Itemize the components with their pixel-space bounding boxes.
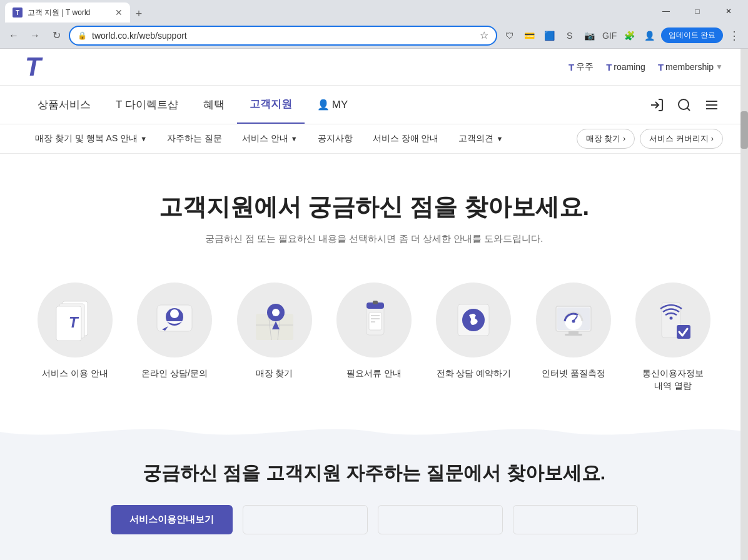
sub-navigation: 매장 찾기 및 행복 AS 안내 ▼ 자주하는 질문 서비스 안내 ▼ 공지사항…	[0, 124, 748, 154]
t-membership-link[interactable]: T membership ▼	[658, 62, 723, 72]
extension-blue[interactable]: 🟦	[541, 27, 558, 44]
icon-item-chat[interactable]: 온라인 상담/문의	[124, 282, 224, 380]
faq-primary-label: 서비스이용안내보기	[129, 514, 214, 524]
svg-rect-30	[569, 331, 579, 334]
icon-label-info: 통신이용자정보 내역 열람	[642, 368, 704, 392]
sub-nav-faq-label: 자주하는 질문	[167, 133, 222, 144]
icon-item-docs[interactable]: 필요서류 안내	[324, 282, 423, 380]
nav-item-my[interactable]: 👤 MY	[305, 88, 361, 122]
minimize-button[interactable]: —	[652, 1, 680, 21]
svg-line-2	[687, 108, 690, 110]
sub-nav-service-info[interactable]: 서비스 안내 ▼	[232, 124, 308, 153]
icon-circle-docs	[336, 282, 412, 358]
hero-subtitle: 궁금하신 점 또는 필요하신 내용을 선택하시면 좀 더 상세한 안내를 도와드…	[25, 233, 723, 245]
support-icon-grid: T 서비스 이용 안내 온라인 상담/문의	[0, 270, 748, 417]
faq-buttons: 서비스이용안내보기	[25, 505, 723, 534]
forward-button[interactable]: →	[26, 27, 44, 44]
svg-point-18	[272, 309, 280, 316]
sub-nav-notice[interactable]: 공지사항	[308, 124, 363, 153]
browser-toolbar: ← → ↻ 🔒 tworld.co.kr/web/support ☆ 🛡 💳 🟦…	[0, 22, 748, 49]
icon-label-service: 서비스 이용 안내	[42, 368, 108, 380]
active-tab[interactable]: T 고객 지원 | T world ✕	[5, 2, 130, 22]
nav-support-label: 고객지원	[250, 98, 292, 110]
hero-section: 고객지원에서 궁금하신 점을 찾아보세요. 궁금하신 점 또는 필요하신 내용을…	[0, 154, 748, 270]
security-lock-icon: 🔒	[78, 31, 87, 40]
browser-titlebar: T 고객 지원 | T world ✕ + — □ ✕	[0, 0, 748, 22]
site-header: T T 우주 T roaming T membership ▼	[0, 49, 748, 86]
svg-point-36	[670, 317, 673, 320]
store-find-button[interactable]: 매장 찾기 ›	[577, 129, 635, 149]
nav-my-label: MY	[332, 99, 348, 111]
svg-rect-31	[565, 334, 582, 336]
wave-divider	[0, 417, 748, 442]
bookmark-icon[interactable]: ☆	[480, 29, 488, 41]
reload-button[interactable]: ↻	[48, 27, 65, 44]
nav-item-benefits[interactable]: 혜택	[191, 86, 237, 123]
t-universe-link[interactable]: T 우주	[569, 61, 594, 72]
sub-nav-notice-label: 공지사항	[318, 133, 353, 144]
icon-label-phone: 전화 상담 예약하기	[437, 368, 512, 380]
scrollbar[interactable]	[740, 49, 748, 560]
profile-icon[interactable]: 👤	[641, 27, 659, 44]
icon-label-docs: 필요서류 안내	[346, 368, 402, 380]
tab-close-button[interactable]: ✕	[115, 8, 123, 18]
extension-puzzle[interactable]: 🧩	[621, 27, 639, 44]
close-button[interactable]: ✕	[714, 1, 743, 21]
new-tab-button[interactable]: +	[130, 5, 148, 22]
extension-shield[interactable]: 🛡	[501, 27, 518, 44]
icon-item-service[interactable]: T 서비스 이용 안내	[25, 282, 124, 380]
store-find-label: 매장 찾기 ›	[586, 133, 626, 144]
icon-label-chat: 온라인 상담/문의	[141, 368, 208, 380]
service-coverage-label: 서비스 커버리지 ›	[649, 133, 714, 144]
icon-item-speed[interactable]: 인터넷 품질측정	[523, 282, 623, 380]
faq-primary-button[interactable]: 서비스이용안내보기	[111, 505, 233, 534]
sub-nav-store-as[interactable]: 매장 찾기 및 행복 AS 안내 ▼	[25, 124, 157, 153]
browser-menu-button[interactable]: ⋮	[725, 27, 743, 44]
icon-item-info[interactable]: 통신이용자정보 내역 열람	[624, 282, 723, 392]
search-icon[interactable]	[673, 94, 695, 116]
faq-secondary-button[interactable]	[243, 505, 368, 534]
sub-nav-store-as-arrow: ▼	[140, 135, 147, 142]
logo-t-mark: T	[25, 54, 41, 80]
menu-hamburger-icon[interactable]	[700, 94, 723, 116]
svg-text:T: T	[69, 314, 79, 331]
extension-wallet[interactable]: 💳	[521, 27, 538, 44]
window-controls: — □ ✕	[652, 1, 743, 21]
site-logo[interactable]: T	[25, 54, 41, 80]
extension-s[interactable]: S	[561, 27, 579, 44]
t-roaming-label: roaming	[614, 62, 645, 72]
icon-circle-speed	[536, 282, 611, 358]
t-roaming-link[interactable]: T roaming	[606, 62, 645, 72]
nav-item-products[interactable]: 상품서비스	[25, 86, 103, 123]
faq-title: 궁금하신 점을 고객지원 자주하는 질문에서 찾아보세요.	[25, 461, 723, 486]
extension-gif[interactable]: GIF	[601, 27, 619, 44]
extension-camera[interactable]: 📷	[581, 27, 599, 44]
faq-tertiary-button[interactable]	[378, 505, 503, 534]
update-button[interactable]: 업데이트 완료	[661, 28, 723, 43]
maximize-button[interactable]: □	[683, 1, 712, 21]
back-button[interactable]: ←	[5, 27, 23, 44]
sub-nav-buttons: 매장 찾기 › 서비스 커버리지 ›	[577, 129, 723, 149]
sub-nav-feedback-label: 고객의견	[458, 133, 493, 144]
icon-circle-chat	[137, 282, 212, 358]
scrollbar-thumb[interactable]	[740, 111, 748, 149]
svg-point-1	[679, 99, 689, 109]
address-bar[interactable]: 🔒 tworld.co.kr/web/support ☆	[69, 26, 497, 46]
nav-item-support[interactable]: 고객지원	[237, 86, 305, 124]
sub-nav-faq[interactable]: 자주하는 질문	[157, 124, 232, 153]
t-prefix-2: T	[606, 62, 612, 72]
faq-quaternary-button[interactable]	[513, 505, 638, 534]
toolbar-extensions: 🛡 💳 🟦 S 📷 GIF 🧩 👤 업데이트 완료 ⋮	[501, 27, 743, 44]
sub-nav-feedback[interactable]: 고객의견 ▼	[448, 124, 513, 153]
sub-nav-service-arrow: ▼	[291, 135, 298, 142]
service-coverage-button[interactable]: 서비스 커버리지 ›	[640, 129, 723, 149]
login-icon[interactable]	[645, 94, 668, 116]
svg-rect-21	[369, 312, 382, 330]
icon-item-phone[interactable]: 전화 상담 예약하기	[424, 282, 523, 380]
icon-item-store[interactable]: 매장 찾기	[225, 282, 324, 380]
tab-favicon: T	[13, 8, 23, 18]
sub-nav-store-as-label: 매장 찾기 및 행복 AS 안내	[35, 133, 138, 144]
faq-section: 궁금하신 점을 고객지원 자주하는 질문에서 찾아보세요. 서비스이용안내보기	[0, 417, 748, 560]
nav-item-directshop[interactable]: T 다이렉트샵	[103, 86, 191, 123]
sub-nav-service-fault[interactable]: 서비스 장애 안내	[363, 124, 449, 153]
